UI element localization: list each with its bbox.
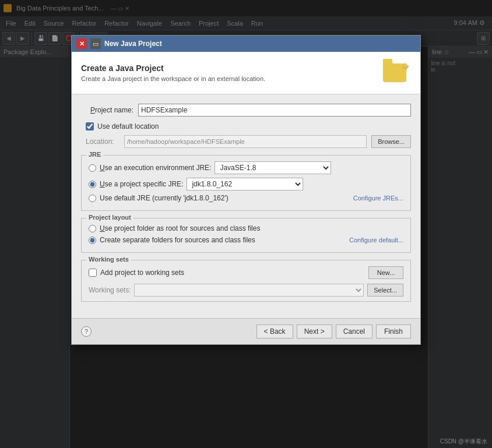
location-row: Location: Browse... xyxy=(81,135,411,148)
project-name-row: Project name: xyxy=(81,104,411,117)
jre-execution-env-row: Use an execution environment JRE: JavaSE… xyxy=(89,161,403,174)
new-java-project-dialog: ✕ ▭ New Java Project Create a Java Proje… xyxy=(71,35,421,345)
use-default-location-label[interactable]: Use default location xyxy=(97,122,159,130)
working-sets-input-label: Working sets: xyxy=(89,286,131,294)
use-default-location-row: Use default location xyxy=(81,122,411,130)
layout-root-row: Use project folder as root for sources a… xyxy=(89,224,403,232)
ide-window: Big Data Principles and Tech... — ▭ ✕ Fi… xyxy=(0,0,492,448)
jre-default-radio[interactable] xyxy=(89,195,96,202)
layout-separate-label[interactable]: Create separate folders for sources and … xyxy=(100,236,255,244)
dialog-content: Project name: Use default location Locat… xyxy=(72,94,420,318)
jre-group: JRE Use an execution environment JRE: Ja… xyxy=(81,155,411,211)
configure-default-link[interactable]: Configure default... xyxy=(349,237,403,244)
dialog-main-title: Create a Java Project xyxy=(81,64,265,73)
dialog-title: New Java Project xyxy=(104,40,416,48)
project-name-label: Project name: xyxy=(81,106,133,114)
project-layout-label: Project layout xyxy=(86,214,133,221)
layout-root-radio[interactable] xyxy=(89,225,96,232)
project-layout-group: Project layout Use project folder as roo… xyxy=(81,218,411,253)
jre-project-specific-label[interactable]: Use a project specific JRE: xyxy=(100,180,183,188)
add-to-working-sets-label[interactable]: Add project to working sets xyxy=(100,269,184,277)
jre-project-specific-row: Use a project specific JRE: jdk1.8.0_162 xyxy=(89,178,403,191)
jre-group-label: JRE xyxy=(86,151,103,158)
location-input[interactable] xyxy=(124,135,367,148)
jre-execution-env-label[interactable]: Use an execution environment JRE: xyxy=(100,164,211,172)
dialog-footer: ? < Back Next > Cancel Finish xyxy=(72,318,420,344)
dialog-description: Create a Java project in the workspace o… xyxy=(81,75,265,82)
watermark: CSDN @半琢看水 xyxy=(440,438,487,446)
jre-default-label[interactable]: Use default JRE (currently 'jdk1.8.0_162… xyxy=(100,194,229,202)
working-sets-group: Working sets Add project to working sets… xyxy=(81,260,411,302)
dialog-close-button[interactable]: ✕ xyxy=(76,38,87,49)
working-sets-select[interactable] xyxy=(134,284,364,297)
folder-star-icon: ✦ xyxy=(401,60,410,73)
layout-separate-radio[interactable] xyxy=(89,237,96,244)
back-button[interactable]: < Back xyxy=(256,324,293,338)
next-button[interactable]: Next > xyxy=(297,324,332,338)
jre-execution-env-select[interactable]: JavaSE-1.8 JavaSE-11 JavaSE-17 xyxy=(215,161,331,174)
jre-project-specific-radio[interactable] xyxy=(89,181,96,188)
jre-default-row: Use default JRE (currently 'jdk1.8.0_162… xyxy=(89,194,403,202)
select-working-set-button[interactable]: Select... xyxy=(367,284,403,297)
dialog-header-icon: ✦ xyxy=(383,59,411,87)
project-name-input[interactable] xyxy=(138,104,411,117)
layout-separate-row: Create separate folders for sources and … xyxy=(89,236,403,244)
location-label: Location: xyxy=(86,137,120,146)
working-sets-label: Working sets xyxy=(86,256,131,263)
dialog-titlebar: ✕ ▭ New Java Project xyxy=(72,36,420,52)
dialog-header-text-block: Create a Java Project Create a Java proj… xyxy=(81,64,265,82)
use-default-location-checkbox[interactable] xyxy=(86,122,94,130)
jre-execution-env-radio[interactable] xyxy=(89,164,96,172)
browse-button[interactable]: Browse... xyxy=(371,135,411,148)
help-button[interactable]: ? xyxy=(81,326,92,337)
cancel-button[interactable]: Cancel xyxy=(336,324,372,338)
finish-button[interactable]: Finish xyxy=(376,324,411,338)
layout-root-label[interactable]: Use project folder as root for sources a… xyxy=(100,224,260,232)
new-working-set-button[interactable]: New... xyxy=(368,266,403,279)
dialog-restore-button[interactable]: ▭ xyxy=(90,38,101,49)
dialog-header: Create a Java Project Create a Java proj… xyxy=(72,52,420,94)
configure-jres-link[interactable]: Configure JREs... xyxy=(353,195,403,202)
dialog-overlay: ✕ ▭ New Java Project Create a Java Proje… xyxy=(0,0,492,448)
jre-project-specific-select[interactable]: jdk1.8.0_162 xyxy=(187,178,303,191)
add-to-working-sets-checkbox[interactable] xyxy=(89,269,97,277)
